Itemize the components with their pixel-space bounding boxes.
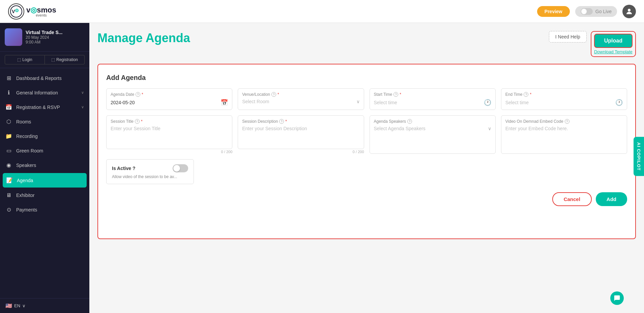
- registration-label: Registration: [56, 57, 78, 62]
- user-avatar[interactable]: [622, 5, 636, 18]
- help-icon[interactable]: ?: [393, 92, 398, 97]
- sidebar-item-label: Payments: [16, 207, 37, 212]
- go-live-label: Go Live: [595, 9, 612, 14]
- embed-code-field[interactable]: Video On Demnad Embed Code ? Enter your …: [501, 115, 627, 154]
- help-button[interactable]: I Need Help: [549, 31, 587, 42]
- sidebar-item-label: General Information: [16, 90, 58, 95]
- upload-button[interactable]: Upload: [594, 34, 633, 48]
- logo-area: V v◎smos events: [8, 3, 56, 20]
- help-icon[interactable]: ?: [524, 92, 528, 97]
- registration-button[interactable]: ⬚ Registration: [45, 55, 85, 64]
- required-mark: *: [142, 92, 143, 97]
- speakers-field[interactable]: Agenda Speakers ? Select Agenda Speakers…: [370, 115, 496, 154]
- chat-bubble[interactable]: [610, 291, 624, 305]
- recording-icon: 📁: [5, 133, 12, 139]
- agenda-date-label: Agenda Date ? *: [111, 92, 228, 97]
- event-time: 9:00 AM: [26, 40, 62, 45]
- sidebar-item-label: Agenda: [17, 178, 33, 183]
- sidebar-item-dashboard[interactable]: ⊞ Dashboard & Reports: [0, 71, 89, 85]
- login-icon: ⬚: [17, 57, 21, 62]
- venue-label: Venue/Location ? *: [242, 92, 359, 97]
- agenda-date-value: 2024-05-20 📅: [111, 99, 228, 106]
- clock-icon: 🕐: [615, 99, 623, 106]
- sidebar-item-recording[interactable]: 📁 Recording: [0, 129, 89, 143]
- session-title-placeholder: Enter your Session Title: [111, 126, 228, 131]
- help-icon[interactable]: ?: [136, 92, 140, 97]
- add-button[interactable]: Add: [596, 192, 627, 206]
- page-title: Manage Agenda: [97, 31, 190, 45]
- header-right: Preview Go Live: [537, 5, 636, 18]
- registration-icon: ⬚: [51, 57, 55, 62]
- sidebar-item-rooms[interactable]: ⬡ Rooms: [0, 114, 89, 129]
- required-mark: *: [400, 92, 401, 97]
- form-row-2: Session Title ? * Enter your Session Tit…: [106, 115, 627, 154]
- svg-point-4: [628, 9, 631, 11]
- sidebar-item-payments[interactable]: ⊙ Payments: [0, 202, 89, 217]
- venue-field[interactable]: Venue/Location ? * Select Room ∨: [238, 88, 364, 110]
- active-header: Is Active ?: [112, 164, 188, 172]
- sidebar-item-greenroom[interactable]: ▭ Green Room: [0, 143, 89, 158]
- sidebar-item-agenda[interactable]: 📝 Agenda: [3, 173, 87, 188]
- sidebar-item-label: Recording: [16, 134, 38, 139]
- login-button[interactable]: ⬚ Login: [5, 55, 45, 64]
- session-desc-count: 0 / 200: [238, 150, 364, 154]
- agenda-date-field[interactable]: Agenda Date ? * 2024-05-20 📅: [106, 88, 232, 110]
- event-title: Virtual Trade S...: [26, 30, 62, 35]
- form-card-title: Add Agenda: [106, 74, 627, 82]
- download-template-link[interactable]: Download Template: [594, 49, 633, 54]
- help-icon[interactable]: ?: [407, 119, 412, 124]
- event-date: 20 May 2024: [26, 35, 62, 40]
- embed-code-label: Video On Demnad Embed Code ?: [505, 119, 623, 124]
- session-desc-textarea[interactable]: Session Description ? * Enter your Sessi…: [238, 115, 364, 149]
- sidebar-footer[interactable]: 🇺🇸 EN ∨: [0, 298, 89, 313]
- dropdown-chevron-icon: ∨: [356, 99, 360, 104]
- active-label: Is Active ?: [112, 166, 136, 171]
- flag-icon: 🇺🇸: [5, 303, 12, 309]
- active-toggle[interactable]: [173, 164, 188, 172]
- help-icon[interactable]: ?: [271, 92, 276, 97]
- ai-copilot-tab[interactable]: AI COPILOT: [634, 137, 644, 176]
- help-icon[interactable]: ?: [279, 119, 284, 124]
- go-live-toggle[interactable]: Go Live: [575, 6, 617, 17]
- active-section: Is Active ? Allow video of the session t…: [106, 159, 194, 184]
- event-thumbnail: [5, 28, 22, 46]
- preview-button[interactable]: Preview: [537, 6, 570, 17]
- upload-wrapper: Upload Download Template: [591, 31, 636, 57]
- sidebar-item-exhibitor[interactable]: 🖥 Exhibitor: [0, 188, 89, 202]
- start-time-field[interactable]: Start Time ? * Select time 🕐: [370, 88, 496, 110]
- required-mark: *: [530, 92, 531, 97]
- required-mark: *: [285, 119, 287, 124]
- page-header: Manage Agenda I Need Help Upload Downloa…: [97, 31, 636, 57]
- help-icon[interactable]: ?: [135, 119, 140, 124]
- event-info: Virtual Trade S... 20 May 2024 9:00 AM: [0, 23, 89, 52]
- rooms-icon: ⬡: [5, 118, 12, 125]
- speakers-icon: ◉: [5, 162, 12, 168]
- sidebar-item-registration[interactable]: 📅 Registration & RSVP ∨: [0, 100, 89, 114]
- sidebar-item-label: Exhibitor: [16, 193, 34, 198]
- main-layout: Virtual Trade S... 20 May 2024 9:00 AM ⬚…: [0, 23, 644, 313]
- venue-value: Select Room ∨: [242, 99, 359, 104]
- cancel-button[interactable]: Cancel: [552, 192, 592, 206]
- sidebar-item-label: Rooms: [16, 119, 31, 124]
- agenda-icon: 📝: [6, 177, 13, 183]
- active-description: Allow video of the session to be av...: [112, 174, 188, 179]
- chevron-down-icon: ∨: [22, 303, 26, 308]
- sidebar-item-label: Speakers: [16, 163, 36, 168]
- start-time-value: Select time 🕐: [374, 99, 491, 106]
- sidebar-item-speakers[interactable]: ◉ Speakers: [0, 158, 89, 172]
- calendar-icon: 📅: [221, 99, 228, 106]
- end-time-field[interactable]: End Time ? * Select time 🕐: [501, 88, 627, 110]
- session-title-field: Session Title ? * Enter your Session Tit…: [106, 115, 232, 154]
- help-icon[interactable]: ?: [565, 119, 569, 124]
- speakers-label: Agenda Speakers ?: [374, 119, 491, 124]
- dropdown-chevron-icon: ∨: [488, 126, 491, 131]
- go-live-switch[interactable]: [581, 8, 593, 15]
- clock-icon: 🕐: [484, 99, 491, 106]
- sidebar-item-general-info[interactable]: ℹ General Information ∨: [0, 85, 89, 100]
- session-title-textarea[interactable]: Session Title ? * Enter your Session Tit…: [106, 115, 232, 149]
- header-actions: I Need Help Upload Download Template: [549, 31, 636, 57]
- greenroom-icon: ▭: [5, 147, 12, 154]
- form-row-1: Agenda Date ? * 2024-05-20 📅 Venue/Locat…: [106, 88, 627, 110]
- info-icon: ℹ: [5, 89, 12, 96]
- form-actions: Cancel Add: [106, 192, 627, 206]
